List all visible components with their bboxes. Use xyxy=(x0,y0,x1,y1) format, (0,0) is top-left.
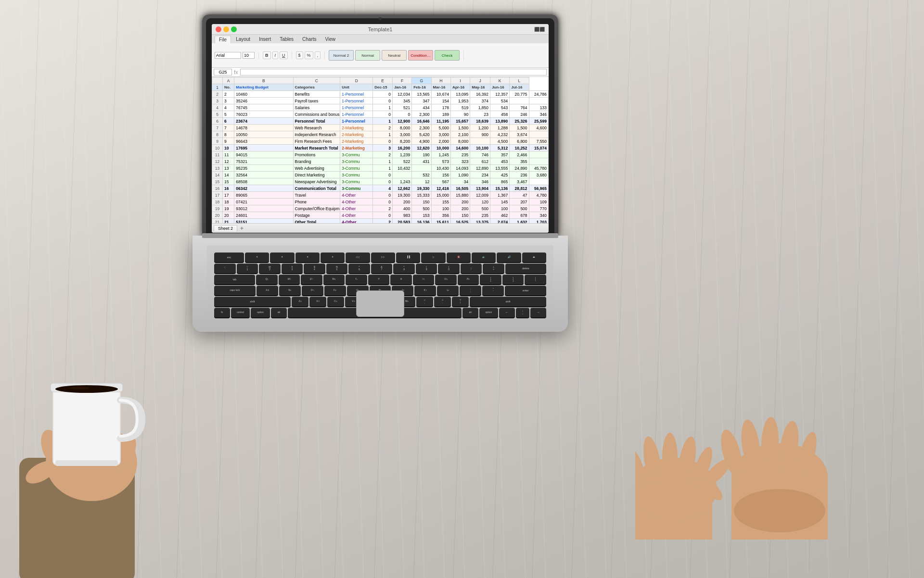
cell[interactable]: Branding xyxy=(293,158,340,165)
cell[interactable]: 323 xyxy=(450,158,470,165)
key-t[interactable]: Tะ xyxy=(346,275,367,284)
cell[interactable]: 15,657 xyxy=(450,118,470,125)
cell[interactable]: 76745 xyxy=(234,104,293,111)
key-f8[interactable]: ▷ xyxy=(421,252,445,262)
cell[interactable]: 95235 xyxy=(234,165,293,172)
cell[interactable]: 3-Commu xyxy=(340,151,373,158)
cell[interactable]: 53151 xyxy=(234,219,293,224)
key-backslash[interactable]: |\ xyxy=(525,275,546,284)
cell[interactable]: 15,000 xyxy=(431,192,450,199)
cell[interactable]: 1 xyxy=(373,118,393,125)
cell[interactable]: 983 xyxy=(392,212,411,219)
cell[interactable]: 10,674 xyxy=(431,91,450,98)
key-arrow-left[interactable]: ← xyxy=(499,308,515,317)
cell[interactable]: Independent Research xyxy=(293,131,340,138)
cell[interactable]: 25,326 xyxy=(510,118,529,125)
cell[interactable]: Personnel Total xyxy=(293,118,340,125)
cell[interactable]: 21 xyxy=(222,219,234,224)
tab-insert[interactable]: Insert xyxy=(255,36,275,43)
cell[interactable]: 4,500 xyxy=(490,138,509,145)
cell[interactable]: 200 xyxy=(450,199,470,205)
cell[interactable]: 13,565 xyxy=(412,91,431,98)
cell[interactable]: 2-Marketing xyxy=(340,131,373,138)
style-good[interactable]: Check xyxy=(435,50,460,61)
cell[interactable]: 20 xyxy=(222,212,234,219)
cell[interactable]: 1,367 xyxy=(490,192,509,199)
cell[interactable]: 47 xyxy=(510,192,529,199)
cell[interactable]: 75321 xyxy=(234,158,293,165)
cell[interactable]: Communication Total xyxy=(293,185,340,192)
cell[interactable]: 4-Other xyxy=(340,199,373,205)
cell[interactable]: 96643 xyxy=(234,138,293,145)
tab-tables[interactable]: Tables xyxy=(276,36,297,43)
cell[interactable]: 425 xyxy=(490,172,509,178)
key-a[interactable]: Aฟ xyxy=(257,286,278,295)
cell[interactable]: 519 xyxy=(450,104,470,111)
key-minus[interactable]: _- xyxy=(461,264,482,273)
col-B[interactable]: B xyxy=(234,77,293,84)
cell[interactable]: 12,890 xyxy=(470,165,490,172)
cell[interactable]: Phone xyxy=(293,199,340,205)
cell[interactable]: 534 xyxy=(490,98,509,104)
cell[interactable]: 1 xyxy=(373,165,393,172)
cell[interactable]: 6,800 xyxy=(510,138,529,145)
cell[interactable]: 35246 xyxy=(234,98,293,104)
cell[interactable]: 120 xyxy=(470,199,490,205)
cell[interactable]: 4-Other xyxy=(340,205,373,212)
cell[interactable]: Commissions and bonuses xyxy=(293,111,340,118)
cell[interactable]: 145 xyxy=(490,199,509,205)
cell[interactable]: 200 xyxy=(392,199,411,205)
key-fn[interactable]: fn xyxy=(214,308,230,317)
col-A[interactable]: A xyxy=(222,77,234,84)
key-f10[interactable]: 🔉 xyxy=(472,252,496,262)
key-k[interactable]: Kว xyxy=(414,286,436,295)
cell[interactable]: 45,780 xyxy=(529,165,548,172)
cell[interactable]: 4,600 xyxy=(529,125,548,131)
col-H[interactable]: H xyxy=(431,77,450,84)
cell[interactable]: 90 xyxy=(450,111,470,118)
key-tab[interactable]: tab xyxy=(214,275,255,284)
tab-charts[interactable]: Charts xyxy=(298,36,320,43)
cell[interactable]: 865 xyxy=(490,178,509,185)
cell[interactable]: 374 xyxy=(470,98,490,104)
cell[interactable]: 0 xyxy=(373,138,393,145)
cell[interactable]: 3,680 xyxy=(529,172,548,178)
key-l[interactable]: Lง xyxy=(437,286,459,295)
key-period[interactable]: >. xyxy=(434,297,451,306)
cell[interactable]: 0 xyxy=(373,91,393,98)
key-9[interactable]: (9 xyxy=(416,264,437,273)
key-semicolon[interactable]: :; xyxy=(460,286,481,295)
tab-view[interactable]: View xyxy=(321,36,340,43)
key-f2[interactable]: ✦ xyxy=(270,252,294,262)
cell[interactable]: 12 xyxy=(222,158,234,165)
cell[interactable]: 3-Commu xyxy=(340,158,373,165)
key-f12[interactable]: ⏏ xyxy=(522,252,546,262)
key-delete[interactable]: delete xyxy=(505,264,546,273)
cell[interactable]: 1,200 xyxy=(470,125,490,131)
col-K[interactable]: K xyxy=(490,77,509,84)
cell[interactable]: 9 xyxy=(222,138,234,145)
cell[interactable]: 56,965 xyxy=(529,185,548,192)
cell[interactable]: 4,780 xyxy=(529,192,548,199)
cell[interactable]: 7,550 xyxy=(529,138,548,145)
cell[interactable]: 5,420 xyxy=(412,131,431,138)
cell[interactable]: 154 xyxy=(431,98,450,104)
cell[interactable]: 24,890 xyxy=(510,165,529,172)
key-comma[interactable]: <, xyxy=(416,297,433,306)
cell[interactable]: 25,599 xyxy=(529,118,548,125)
key-d[interactable]: Dก xyxy=(302,286,323,295)
cell[interactable]: 12 xyxy=(412,178,431,185)
cell[interactable] xyxy=(470,138,490,145)
cell[interactable]: 23 xyxy=(470,111,490,118)
cell[interactable]: Web Research xyxy=(293,125,340,131)
key-f5[interactable]: ◁◁ xyxy=(346,252,370,262)
cell[interactable]: 28,812 xyxy=(510,185,529,192)
cell[interactable]: 5,312 xyxy=(490,145,509,151)
style-normal[interactable]: Normal xyxy=(355,50,380,61)
cell[interactable]: 3 xyxy=(373,145,393,151)
key-f7[interactable]: ▐▐ xyxy=(396,252,420,262)
cell[interactable]: 100 xyxy=(431,205,450,212)
key-enter[interactable]: enter xyxy=(505,286,546,295)
cell[interactable]: 0 xyxy=(373,172,393,178)
key-shift-left[interactable]: shift xyxy=(214,297,291,306)
